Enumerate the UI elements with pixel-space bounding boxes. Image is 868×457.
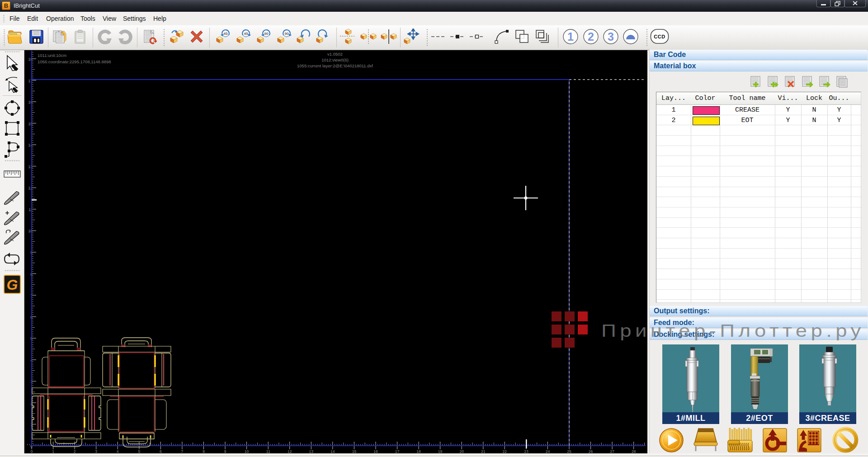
svg-text:3: 3	[95, 449, 97, 453]
svg-text:0: 0	[31, 449, 33, 453]
svg-text:45: 45	[244, 32, 248, 36]
svg-text:3: 3	[608, 30, 614, 43]
svg-text:17: 17	[395, 449, 400, 453]
svg-text:5: 5	[138, 449, 140, 453]
svg-text:20: 20	[459, 449, 464, 453]
svg-text:CCD: CCD	[654, 34, 665, 39]
svg-text:11: 11	[266, 449, 270, 453]
svg-text:1011:unit:10cm: 1011:unit:10cm	[38, 53, 66, 58]
svg-text:18: 18	[416, 449, 421, 453]
svg-text:22: 22	[503, 449, 507, 453]
svg-text:2: 2	[74, 449, 76, 453]
svg-text:25: 25	[567, 449, 571, 453]
svg-text:90: 90	[285, 32, 289, 36]
svg-text:6: 6	[160, 449, 162, 453]
svg-text:2: 2	[588, 30, 594, 43]
svg-text:9: 9	[224, 449, 226, 453]
svg-text:13: 13	[309, 449, 314, 453]
svg-text:4: 4	[117, 449, 119, 453]
svg-text:21: 21	[481, 449, 486, 453]
svg-text:45: 45	[224, 32, 228, 36]
svg-text:G: G	[7, 277, 18, 293]
svg-text:14: 14	[330, 449, 335, 453]
svg-text:7: 7	[181, 449, 184, 453]
svg-text:26: 26	[589, 449, 593, 453]
svg-text:1055:current layer:2@E:\040218: 1055:current layer:2@E:\040218011.dxf	[297, 63, 373, 68]
svg-text:16: 16	[373, 449, 378, 453]
svg-text:1012:view0(6): 1012:view0(6)	[321, 57, 349, 62]
svg-text:v1.0502: v1.0502	[327, 52, 343, 57]
svg-text:28: 28	[632, 449, 636, 453]
svg-text:19: 19	[438, 449, 443, 453]
svg-text:1056:coordinate:2295.1708,1148: 1056:coordinate:2295.1708,1148.8898	[38, 59, 111, 64]
svg-text:23: 23	[524, 449, 528, 453]
svg-text:1: 1	[52, 449, 54, 453]
svg-text:10: 10	[245, 449, 249, 453]
svg-text:90: 90	[264, 32, 269, 36]
svg-text:15: 15	[352, 449, 357, 453]
svg-text:1: 1	[567, 30, 574, 43]
svg-text:8: 8	[203, 449, 205, 453]
svg-text:24: 24	[546, 449, 550, 453]
svg-text:12: 12	[288, 449, 292, 453]
svg-text:27: 27	[610, 449, 614, 453]
